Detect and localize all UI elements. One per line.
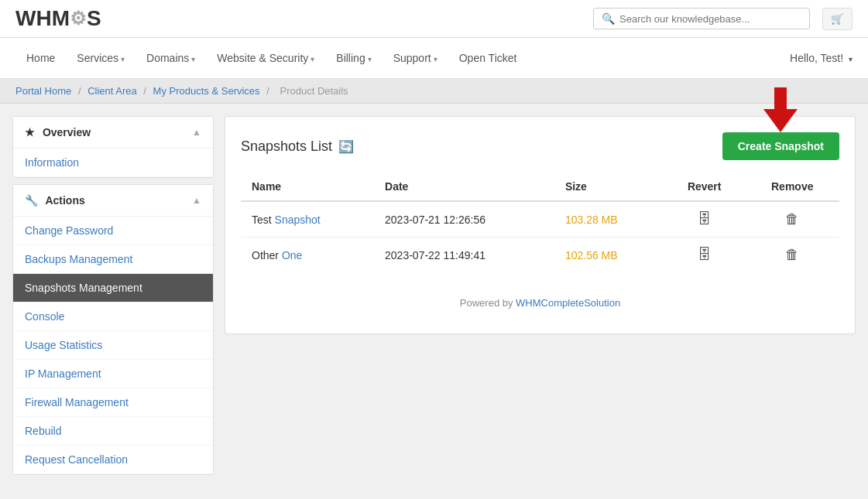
snapshots-title: Snapshots List 🔄 [241,138,354,155]
col-header-size: Size [554,173,664,201]
breadcrumb-product-details: Product Details [280,85,348,97]
breadcrumb-client-area[interactable]: Client Area [87,85,137,97]
col-header-date: Date [374,173,554,201]
table-row: Test Snapshot 2023-07-21 12:26:56 103.28… [241,201,839,238]
search-icon: 🔍 [602,12,615,25]
arrow-head [763,109,798,132]
breadcrumb: Portal Home / Client Area / My Products … [0,79,868,104]
cell-remove[interactable]: 🗑 [745,201,839,238]
cell-name: Test Snapshot [241,201,374,238]
nav-billing[interactable]: Billing▾ [325,38,382,78]
wrench-icon: 🔧 [25,194,38,207]
sidebar-section-overview: ★ Overview ▲ Information [12,116,214,178]
chevron-down-icon: ▾ [191,55,195,63]
sidebar: ★ Overview ▲ Information 🔧 Actions ▲ Cha… [12,116,214,499]
chevron-up-icon: ▲ [192,195,201,206]
top-bar: WHM⚙S 🔍 🛒 [0,0,868,38]
sidebar-item-information[interactable]: Information [13,149,213,177]
cell-name: Other One [241,238,374,273]
arrow-shaft [774,87,787,109]
search-input[interactable] [619,13,801,25]
snapshot-name-link[interactable]: Snapshot [275,214,321,226]
arrow-indicator [763,87,798,132]
cell-remove[interactable]: 🗑 [745,238,839,273]
nav-website-security[interactable]: Website & Security▾ [206,38,325,78]
content-box: Snapshots List 🔄 Create Snapshot Name [225,116,856,334]
trash-icon[interactable]: 🗑 [785,247,799,262]
snapshots-table: Name Date Size Revert Remove Test Snapsh… [241,173,839,272]
col-header-name: Name [241,173,374,201]
search-bar[interactable]: 🔍 [593,8,810,29]
nav-open-ticket[interactable]: Open Ticket [448,38,528,78]
cart-button[interactable]: 🛒 [822,8,853,30]
create-snapshot-wrapper: Create Snapshot [722,132,839,160]
revert-icon[interactable]: 🗄 [698,211,712,227]
create-snapshot-button[interactable]: Create Snapshot [722,132,839,160]
chevron-down-icon: ▾ [368,55,372,63]
chevron-down-icon: ▾ [121,55,125,63]
cell-revert[interactable]: 🗄 [664,238,746,273]
snapshot-name-link[interactable]: One [282,249,302,261]
powered-by: Powered by WHMCompleteSolution [241,288,839,318]
col-header-remove: Remove [745,173,839,201]
nav-links: Home Services▾ Domains▾ Website & Securi… [15,38,527,78]
nav-bar: Home Services▾ Domains▾ Website & Securi… [0,38,868,79]
chevron-down-icon: ▾ [310,55,314,63]
sidebar-item-firewall-management[interactable]: Firewall Management [13,388,213,417]
whmcs-link[interactable]: WHMCompleteSolution [516,297,620,309]
breadcrumb-portal-home[interactable]: Portal Home [15,85,71,97]
sidebar-item-backups-management[interactable]: Backups Management [13,245,213,274]
revert-icon[interactable]: 🗄 [698,247,712,262]
breadcrumb-my-products[interactable]: My Products & Services [153,85,260,97]
table-row: Other One 2023-07-22 11:49:41 102.56 MB … [241,238,839,273]
nav-support[interactable]: Support▾ [383,38,448,78]
snapshots-header: Snapshots List 🔄 Create Snapshot [241,132,839,160]
sidebar-section-actions: 🔧 Actions ▲ Change Password Backups Mana… [12,184,214,475]
chevron-down-icon: ▾ [434,55,437,63]
sidebar-item-request-cancellation[interactable]: Request Cancellation [13,446,213,474]
nav-services[interactable]: Services▾ [66,38,136,78]
star-icon: ★ [25,126,35,138]
trash-icon[interactable]: 🗑 [785,211,799,227]
cell-date: 2023-07-22 11:49:41 [374,238,554,273]
sidebar-item-change-password[interactable]: Change Password [13,217,213,245]
page-layout: ★ Overview ▲ Information 🔧 Actions ▲ Cha… [0,104,868,499]
sidebar-item-rebuild[interactable]: Rebuild [13,417,213,446]
cell-size: 102.56 MB [554,238,664,273]
cell-size: 103.28 MB [554,201,664,238]
gear-icon: ⚙ [70,8,87,29]
sidebar-actions-header[interactable]: 🔧 Actions ▲ [13,185,213,217]
sidebar-item-usage-statistics[interactable]: Usage Statistics [13,331,213,360]
sidebar-overview-header[interactable]: ★ Overview ▲ [13,117,213,149]
chevron-up-icon: ▲ [192,127,201,138]
cell-revert[interactable]: 🗄 [664,201,746,238]
user-greeting[interactable]: Hello, Test! ▾ [790,52,853,64]
sidebar-item-ip-management[interactable]: IP Management [13,360,213,388]
cell-date: 2023-07-21 12:26:56 [374,201,554,238]
refresh-icon[interactable]: 🔄 [338,139,354,154]
chevron-down-icon: ▾ [849,55,853,63]
main-content: Snapshots List 🔄 Create Snapshot Name [225,116,856,499]
sidebar-item-snapshots-management[interactable]: Snapshots Management [13,274,213,302]
col-header-revert: Revert [664,173,746,201]
nav-domains[interactable]: Domains▾ [136,38,206,78]
logo: WHM⚙S [15,6,101,31]
sidebar-item-console[interactable]: Console [13,302,213,331]
nav-home[interactable]: Home [15,38,66,78]
